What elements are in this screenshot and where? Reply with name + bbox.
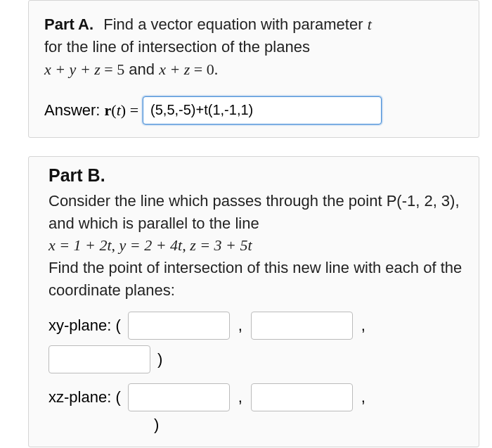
xz-plane-label: xz-plane: (: [48, 388, 121, 407]
eq-joiner: and: [124, 60, 159, 78]
eq1-eq: =: [101, 60, 117, 78]
xz-plane-input-2[interactable]: [251, 383, 353, 411]
xy-plane-label: xy-plane: (: [48, 316, 121, 335]
answer-label: Answer: r(t) =: [44, 101, 138, 120]
eq2-eq: =: [190, 60, 206, 78]
xz-plane-close-row: ): [48, 416, 463, 434]
comma-1: ,: [238, 316, 242, 335]
part-b-param-eq: x = 1 + 2t, y = 2 + 4t, z = 3 + 5t: [48, 234, 463, 257]
answer-label-text: Answer:: [44, 101, 105, 119]
eq1-lhs: x + y + z: [44, 60, 101, 78]
part-b-instruction: Find the point of intersection of this n…: [48, 257, 463, 302]
eq2-lhs: x + z: [159, 60, 190, 78]
comma-2: ,: [361, 316, 365, 335]
xy-close-paren: ): [157, 350, 162, 369]
part-a-panel: Part A. Find a vector equation with para…: [28, 0, 479, 138]
param-t: t: [368, 15, 372, 33]
answer-r: r: [105, 101, 112, 119]
xy-plane-input-3[interactable]: [48, 345, 150, 373]
part-a-answer-row: Answer: r(t) =: [44, 96, 463, 124]
xy-plane-input-2[interactable]: [251, 312, 353, 340]
xy-plane-row: xy-plane: ( , , ): [48, 312, 463, 373]
xz-plane-input-1[interactable]: [128, 383, 230, 411]
part-a-text-2: for the line of intersection of the plan…: [44, 38, 310, 56]
eq1-rhs: 5: [117, 60, 124, 78]
xy-plane-input-1[interactable]: [128, 312, 230, 340]
part-a-heading: Part A.: [44, 15, 93, 33]
part-a-answer-input[interactable]: [143, 96, 382, 124]
eq-period: .: [214, 60, 219, 78]
part-b-intro: Consider the line which passes through t…: [48, 190, 463, 235]
answer-eq: =: [126, 101, 138, 119]
answer-paren-open: (: [111, 101, 116, 119]
eq2-rhs: 0: [207, 60, 214, 78]
part-a-question: Part A. Find a vector equation with para…: [44, 13, 463, 81]
param-eq-text: x = 1 + 2t, y = 2 + 4t, z = 3 + 5t: [48, 236, 252, 254]
part-b-panel: Part B. Consider the line which passes t…: [28, 156, 479, 447]
comma-3: ,: [238, 388, 242, 407]
xz-close-paren: ): [154, 416, 159, 434]
part-a-text-1: Find a vector equation with parameter: [103, 15, 367, 33]
part-b-heading: Part B.: [48, 165, 463, 186]
comma-4: ,: [361, 388, 365, 407]
xz-plane-row: xz-plane: ( , ,: [48, 383, 463, 411]
